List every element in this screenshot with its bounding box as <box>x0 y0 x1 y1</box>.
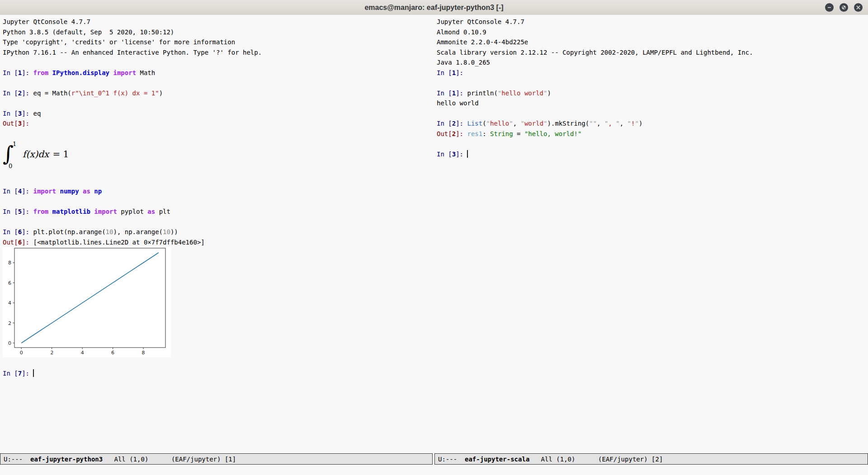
console-line <box>3 217 433 227</box>
console-text-segment: 2 <box>452 130 456 137</box>
svg-text:2: 2 <box>8 320 11 326</box>
console-text-segment: ).mkString( <box>547 120 590 127</box>
svg-text:4: 4 <box>8 300 11 306</box>
console-text-segment: " <box>627 120 631 127</box>
console-line <box>3 98 433 108</box>
console-text-segment <box>48 208 52 215</box>
minibuffer[interactable] <box>0 466 868 475</box>
latex-equation-output: ∫ 1 0 f(x)dx = 1 <box>3 139 433 186</box>
console-text-segment: 2 <box>452 120 456 127</box>
console-text-segment: ), np.arange( <box>113 228 163 235</box>
console-text-segment: In [ <box>3 188 18 195</box>
console-text-segment: as <box>147 208 155 215</box>
console-line: In [7]: <box>3 368 433 379</box>
console-text-segment: import <box>94 208 117 215</box>
console-text-segment <box>79 188 83 195</box>
modeline-state: U:--- <box>438 456 465 463</box>
svg-text:6: 6 <box>8 280 11 286</box>
window-python: Jupyter QtConsole 4.7.7Python 3.8.5 (def… <box>0 15 433 453</box>
console-text-segment: Type 'copyright', 'credits' or 'license'… <box>3 38 235 46</box>
console-line: Out[3]: <box>3 118 433 129</box>
console-text-segment: "hello, world!" <box>524 130 581 137</box>
console-text-segment: = <box>513 130 524 137</box>
svg-text:4: 4 <box>81 350 84 356</box>
svg-text:0: 0 <box>20 350 23 356</box>
console-text-segment: 2 <box>18 89 22 97</box>
console-text-segment: ]: <box>456 130 467 137</box>
console-text-segment: Out[ <box>437 130 452 137</box>
console-text-segment: ]: <box>456 150 467 158</box>
console-text-segment: In [ <box>437 69 452 76</box>
console-text-segment: ) <box>547 89 551 97</box>
console-text-segment: In [ <box>437 120 452 127</box>
console-text-segment: In [ <box>3 110 18 117</box>
jupyter-python-console[interactable]: Jupyter QtConsole 4.7.7Python 3.8.5 (def… <box>0 15 433 378</box>
integral-sign: ∫ 1 0 <box>3 141 19 169</box>
console-text-segment: " <box>486 120 490 127</box>
close-icon[interactable] <box>854 3 863 12</box>
maximize-icon[interactable] <box>840 3 848 12</box>
console-text-segment: eq = Math( <box>33 89 71 97</box>
console-text-segment: 7 <box>18 370 22 377</box>
equation-body: f(x)dx <box>23 149 49 160</box>
svg-text:6: 6 <box>111 350 114 356</box>
console-text-segment: " <box>509 120 513 127</box>
console-text-segment: ]: <box>22 120 33 127</box>
window-scala: Jupyter QtConsole 4.7.7Almond 0.10.9Ammo… <box>434 15 868 453</box>
console-text-segment: Math <box>136 69 155 76</box>
console-text-segment: , <box>597 120 604 127</box>
minimize-icon[interactable] <box>825 3 834 12</box>
console-text-segment: 6 <box>18 228 22 235</box>
svg-text:0: 0 <box>8 340 11 346</box>
jupyter-scala-console[interactable]: Jupyter QtConsole 4.7.7Almond 0.10.9Ammo… <box>434 15 868 159</box>
console-text-segment: import <box>113 69 136 76</box>
console-text-segment: 3 <box>452 150 456 158</box>
modeline-python[interactable]: U:--- eaf-jupyter-python3 All (1,0) (EAF… <box>0 453 433 465</box>
console-text-segment: 1 <box>452 69 456 76</box>
console-text-segment: List <box>467 120 482 127</box>
console-text-segment: In [ <box>437 150 452 158</box>
console-line <box>3 197 433 207</box>
console-text-segment: as <box>83 188 90 195</box>
console-text-segment: Ammonite 2.2.0-4-4bd225e <box>437 38 528 46</box>
console-line: In [6]: plt.plot(np.arange(10), np.arang… <box>3 227 433 237</box>
console-text-segment: 5 <box>18 208 22 215</box>
text-cursor <box>467 150 468 158</box>
modeline-scala[interactable]: U:--- eaf-jupyter-scala All (1,0) (EAF/j… <box>434 453 868 465</box>
console-text-segment: In [ <box>3 69 18 76</box>
console-text-segment: IPython 7.16.1 -- An enhanced Interactiv… <box>3 49 262 56</box>
console-text-segment: " <box>543 120 547 127</box>
console-text-segment: )) <box>170 228 178 235</box>
console-text-segment: Scala library version 2.12.12 -- Copyrig… <box>437 49 753 56</box>
console-line: Ammonite 2.2.0-4-4bd225e <box>437 37 868 47</box>
modeline-buffer-name: eaf-jupyter-scala <box>465 456 529 463</box>
console-text-segment: ) <box>639 120 642 127</box>
console-text-segment: , <box>513 120 521 127</box>
console-text-segment: : <box>482 130 490 137</box>
console-text-segment: 6 <box>18 239 22 246</box>
console-line: Java 1.8.0_265 <box>437 57 868 68</box>
console-text-segment: Out[ <box>3 239 18 246</box>
console-text-segment: ) <box>159 89 163 97</box>
console-text-segment: ]: <box>22 69 33 76</box>
console-text-segment: world <box>524 120 543 127</box>
console-text-segment: r"\int_0^1 f(x) dx = 1" <box>71 89 159 97</box>
console-line <box>437 139 868 149</box>
console-line <box>3 57 433 68</box>
console-text-segment: Jupyter QtConsole 4.7.7 <box>437 18 524 25</box>
console-line: Jupyter QtConsole 4.7.7 <box>3 17 433 27</box>
console-text-segment: plt <box>155 208 170 215</box>
console-text-segment: Out[ <box>3 120 18 127</box>
console-text-segment: Java 1.8.0_265 <box>437 59 490 66</box>
console-text-segment: println( <box>467 89 497 97</box>
console-line: In [5]: from matplotlib import pyplot as… <box>3 207 433 217</box>
console-text-segment: eq <box>33 110 41 117</box>
console-line: In [2]: eq = Math(r"\int_0^1 f(x) dx = 1… <box>3 88 433 99</box>
console-text-segment: In [ <box>3 89 18 97</box>
console-line: In [1]: <box>437 68 868 78</box>
console-text-segment: In [ <box>3 228 18 235</box>
window-buttons <box>825 3 863 12</box>
text-cursor <box>33 369 34 377</box>
console-text-segment: " <box>521 120 524 127</box>
window-titlebar[interactable]: emacs@manjaro: eaf-jupyter-python3 [-] <box>0 0 868 15</box>
